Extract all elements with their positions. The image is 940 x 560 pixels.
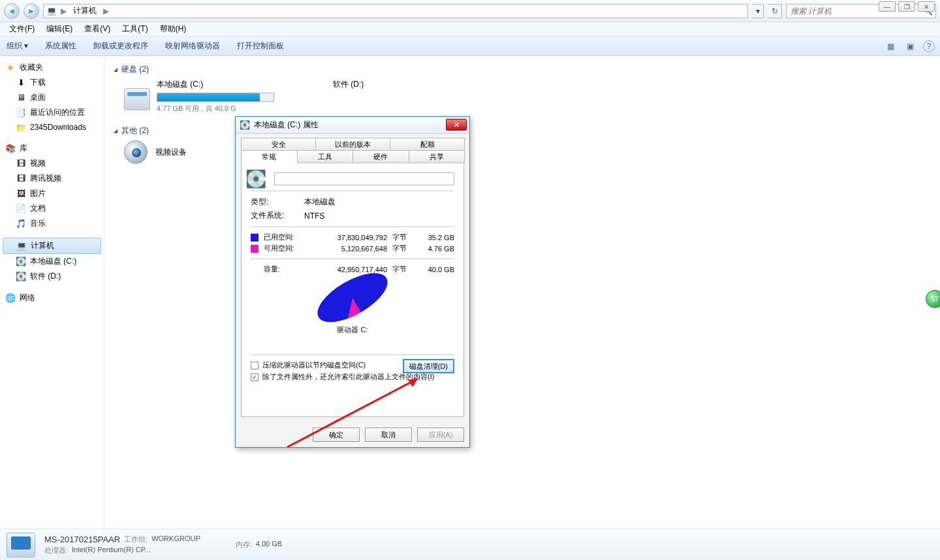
sidebar-item-desktop[interactable]: 🖥桌面 xyxy=(0,90,104,105)
breadcrumb-sep-icon: ▶ xyxy=(61,7,67,16)
breadcrumb-root[interactable]: 计算机 xyxy=(70,5,99,16)
toolbar-sysprops[interactable]: 系统属性 xyxy=(45,40,76,52)
capacity-label: 容量: xyxy=(264,264,300,274)
tab-sharing[interactable]: 共享 xyxy=(409,150,465,163)
capacity-gb: 40.0 GB xyxy=(419,266,454,273)
usage-bar xyxy=(157,93,274,102)
index-label: 除了文件属性外，还允许索引此驱动器上文件的内容(I) xyxy=(262,372,434,382)
sidebar-item-downloads[interactable]: ⬇下载 xyxy=(0,75,104,90)
minimize-button[interactable]: — xyxy=(879,1,896,12)
preview-pane-icon[interactable]: ▣ xyxy=(903,40,916,53)
menu-file[interactable]: 文件(F) xyxy=(4,22,40,36)
sidebar-favorites-head[interactable]: ★收藏夹 xyxy=(0,60,104,75)
toolbar-controlpanel[interactable]: 打开控制面板 xyxy=(237,40,284,52)
drive-icon: 💽 xyxy=(16,257,26,267)
free-label: 可用空间: xyxy=(264,243,300,253)
sidebar-libraries-head[interactable]: 📚库 xyxy=(0,141,104,156)
bytes-unit: 字节 xyxy=(392,243,414,253)
sidebar-item-label: 最近访问的位置 xyxy=(30,107,85,118)
dialog-close-button[interactable]: ✕ xyxy=(446,119,467,131)
view-options-icon[interactable]: ▦ xyxy=(884,40,897,53)
sidebar-item-documents[interactable]: 📄文档 xyxy=(0,201,104,216)
tab-general-body: 💽 类型:本地磁盘 文件系统:NTFS 已用空间: 37,830,049,792… xyxy=(241,163,464,417)
index-checkbox-row[interactable]: ✔ 除了文件属性外，还允许索引此驱动器上文件的内容(I) xyxy=(251,372,454,382)
close-window-button[interactable]: ✕ xyxy=(918,1,935,12)
toolbar-uninstall[interactable]: 卸载或更改程序 xyxy=(93,40,148,52)
menu-tools[interactable]: 工具(T) xyxy=(117,22,153,36)
toolbar-mapdrive[interactable]: 映射网络驱动器 xyxy=(165,40,220,52)
sidebar-item-recent[interactable]: 📑最近访问的位置 xyxy=(0,105,104,120)
device-label: 视频设备 xyxy=(155,147,187,158)
sidebar-network-label: 网络 xyxy=(20,292,35,303)
desktop-icon: 🖥 xyxy=(16,93,26,103)
address-bar[interactable]: 💻 ▶ 计算机 ▶ xyxy=(43,4,748,18)
tab-quota[interactable]: 配额 xyxy=(390,138,465,151)
sidebar-item-video[interactable]: 🎞视频 xyxy=(0,156,104,171)
free-bytes: 5,120,667,648 xyxy=(306,245,388,253)
video-icon: 🎞 xyxy=(16,159,26,169)
tab-hardware[interactable]: 硬件 xyxy=(352,150,409,163)
library-icon: 📚 xyxy=(5,144,16,154)
sidebar-item-label: 音乐 xyxy=(30,218,46,229)
sidebar-item-2345[interactable]: 📁2345Downloads xyxy=(0,120,104,134)
apply-button[interactable]: 应用(A) xyxy=(417,428,464,442)
picture-icon: 🖼 xyxy=(16,189,26,199)
used-label: 已用空间: xyxy=(264,232,300,242)
sidebar-computer-head[interactable]: 💻计算机 xyxy=(3,238,101,254)
cancel-button[interactable]: 取消 xyxy=(365,428,412,442)
help-icon[interactable]: ? xyxy=(923,40,935,52)
menu-edit[interactable]: 编辑(E) xyxy=(41,22,78,36)
tab-tools[interactable]: 工具 xyxy=(297,150,354,163)
drive-large-icon: 💽 xyxy=(251,174,261,184)
bytes-unit: 字节 xyxy=(392,232,414,242)
checkbox-checked-icon: ✔ xyxy=(251,373,258,381)
tab-previous[interactable]: 以前的版本 xyxy=(315,138,390,151)
drive-d[interactable]: 软件 (D:) xyxy=(333,79,503,114)
menu-view[interactable]: 查看(V) xyxy=(79,22,116,36)
dialog-titlebar[interactable]: 💽 本地磁盘 (C:) 属性 ✕ xyxy=(236,117,469,134)
sidebar-item-tencent[interactable]: 🎞腾讯视频 xyxy=(0,171,104,186)
floating-badge[interactable]: 57 xyxy=(926,290,940,308)
sidebar-favorites-label: 收藏夹 xyxy=(20,62,43,73)
used-gb: 35.2 GB xyxy=(419,234,454,241)
sidebar-item-label: 图片 xyxy=(30,188,46,199)
disk-cleanup-button[interactable]: 磁盘清理(D) xyxy=(403,359,454,373)
address-dropdown[interactable]: ▾ xyxy=(752,4,764,18)
category-disk[interactable]: 硬盘 (2) xyxy=(114,64,931,75)
sidebar-item-drive-c[interactable]: 💽本地磁盘 (C:) xyxy=(0,254,104,269)
menu-bar: 文件(F) 编辑(E) 查看(V) 工具(T) 帮助(H) xyxy=(0,22,940,37)
tab-security[interactable]: 安全 xyxy=(241,138,316,151)
sidebar-network-head[interactable]: 🌐网络 xyxy=(0,290,104,305)
dialog-title: 本地磁盘 (C:) 属性 xyxy=(254,119,319,131)
star-icon: ★ xyxy=(5,63,16,73)
menu-help[interactable]: 帮助(H) xyxy=(155,22,192,36)
toolbar-organize[interactable]: 组织 ▾ xyxy=(7,40,28,52)
network-icon: 🌐 xyxy=(5,293,16,303)
sidebar-item-label: 本地磁盘 (C:) xyxy=(30,256,76,267)
maximize-button[interactable]: ❐ xyxy=(898,1,915,12)
free-gb: 4.76 GB xyxy=(419,245,454,253)
content-pane: 硬盘 (2) 本地磁盘 (C:) 4.77 GB 可用 , 共 40.0 G 软… xyxy=(104,56,940,529)
hostname: MS-20170215PAAR xyxy=(44,535,120,544)
memory-label: 内存: xyxy=(236,540,252,550)
back-button[interactable]: ◄ xyxy=(4,3,20,19)
drive-icon: 💽 xyxy=(240,120,250,131)
dialog-buttons: 确定 取消 应用(A) xyxy=(236,422,469,447)
workgroup-value: WORKGROUP xyxy=(151,535,200,544)
tab-general[interactable]: 常规 xyxy=(241,150,298,163)
sidebar-item-pictures[interactable]: 🖼图片 xyxy=(0,186,104,201)
recent-icon: 📑 xyxy=(16,108,26,118)
drive-label-input[interactable] xyxy=(274,172,454,185)
sidebar-item-drive-d[interactable]: 💽软件 (D:) xyxy=(0,269,104,284)
forward-button[interactable]: ► xyxy=(24,3,39,19)
command-bar: 组织 ▾ 系统属性 卸载或更改程序 映射网络驱动器 打开控制面板 ▦ ▣ ? xyxy=(0,37,940,56)
refresh-button[interactable]: ↻ xyxy=(768,4,782,18)
properties-dialog: 💽 本地磁盘 (C:) 属性 ✕ 安全 以前的版本 配额 常规 工具 硬件 共享… xyxy=(235,116,470,448)
drive-c[interactable]: 本地磁盘 (C:) 4.77 GB 可用 , 共 40.0 G xyxy=(124,79,294,114)
download-icon: ⬇ xyxy=(16,78,26,88)
ok-button[interactable]: 确定 xyxy=(313,428,360,442)
sidebar-item-music[interactable]: 🎵音乐 xyxy=(0,216,104,231)
sidebar-item-label: 软件 (D:) xyxy=(30,271,61,282)
sidebar-item-label: 桌面 xyxy=(30,92,46,103)
fs-label: 文件系统: xyxy=(251,210,291,221)
